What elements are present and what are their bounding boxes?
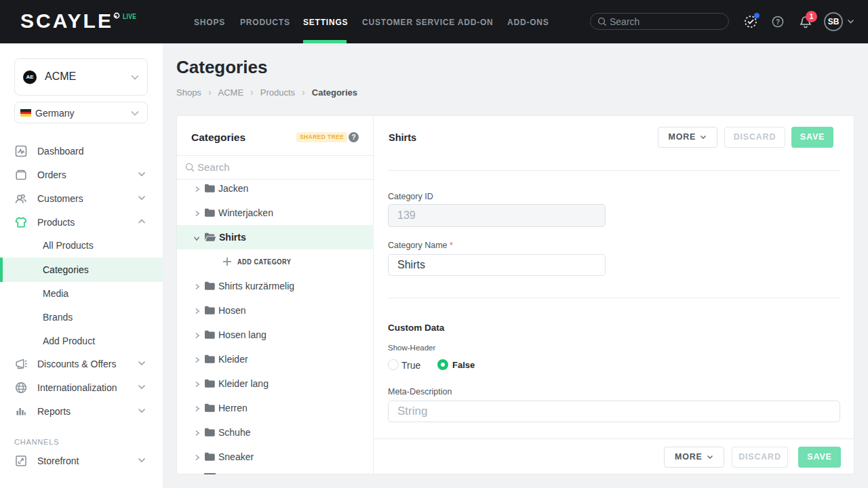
svg-text:?: ? [776, 18, 780, 26]
